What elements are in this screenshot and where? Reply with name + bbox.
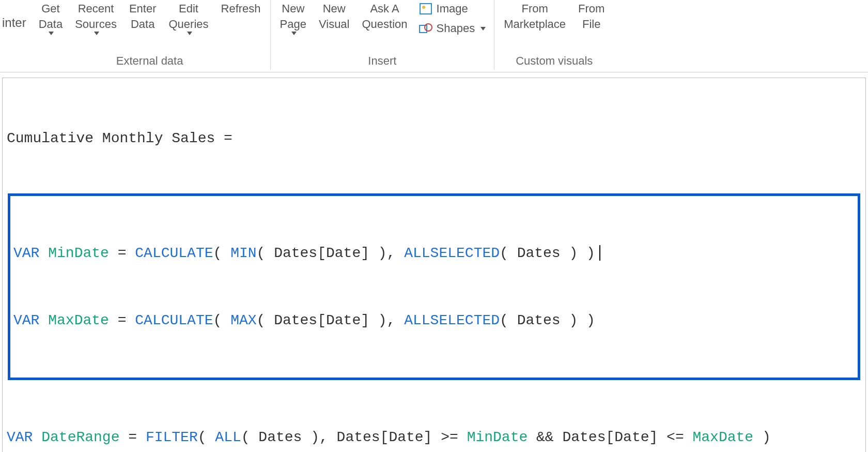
- ribbon-group-external-data: Get Data Recent Sources Enter Data Edit …: [29, 0, 271, 70]
- svg-rect-0: [420, 4, 431, 14]
- enter-data-button[interactable]: Enter Data: [123, 0, 163, 33]
- get-data-button[interactable]: Get Data: [33, 0, 69, 36]
- from-marketplace-button[interactable]: From Marketplace: [498, 0, 572, 33]
- refresh-button[interactable]: Refresh: [215, 0, 267, 18]
- image-icon: [419, 3, 432, 15]
- recent-sources-button[interactable]: Recent Sources: [69, 0, 123, 36]
- ribbon: inter Get Data Recent Sources Enter Data…: [0, 0, 868, 72]
- formula-line: VAR DateRange = FILTER( ALL( Dates ), Da…: [7, 426, 861, 448]
- ribbon-group-insert: New Page New Visual Ask A Question Image…: [271, 0, 495, 70]
- formula-line: VAR MinDate = CALCULATE( MIN( Dates[Date…: [13, 242, 855, 264]
- svg-rect-2: [420, 25, 427, 33]
- text-cursor: [599, 245, 600, 261]
- format-painter-fragment: inter: [0, 0, 29, 30]
- new-page-button[interactable]: New Page: [274, 0, 313, 36]
- new-visual-button[interactable]: New Visual: [313, 0, 356, 33]
- dropdown-icon: [187, 32, 192, 35]
- formula-bar[interactable]: Cumulative Monthly Sales = VAR MinDate =…: [2, 78, 866, 452]
- ribbon-group-label: Custom visuals: [516, 54, 593, 68]
- shapes-icon: [419, 22, 432, 35]
- formula-line: VAR MaxDate = CALCULATE( MAX( Dates[Date…: [13, 309, 855, 332]
- edit-queries-button[interactable]: Edit Queries: [162, 0, 214, 36]
- ask-question-button[interactable]: Ask A Question: [356, 0, 414, 33]
- image-button[interactable]: Image: [419, 2, 486, 16]
- from-file-button[interactable]: From File: [572, 0, 611, 33]
- highlight-box: VAR MinDate = CALCULATE( MIN( Dates[Date…: [8, 193, 860, 380]
- ribbon-group-custom-visuals: From Marketplace From File Custom visual…: [494, 0, 614, 70]
- dropdown-icon: [49, 32, 54, 35]
- ribbon-group-label: Insert: [368, 54, 396, 68]
- dropdown-icon: [481, 27, 486, 31]
- ribbon-group-label: External data: [116, 54, 183, 68]
- svg-point-3: [425, 24, 432, 31]
- formula-line: Cumulative Monthly Sales =: [7, 127, 861, 149]
- svg-point-1: [422, 6, 425, 9]
- dropdown-icon: [291, 32, 297, 35]
- dropdown-icon: [94, 32, 99, 35]
- shapes-button[interactable]: Shapes: [419, 22, 486, 35]
